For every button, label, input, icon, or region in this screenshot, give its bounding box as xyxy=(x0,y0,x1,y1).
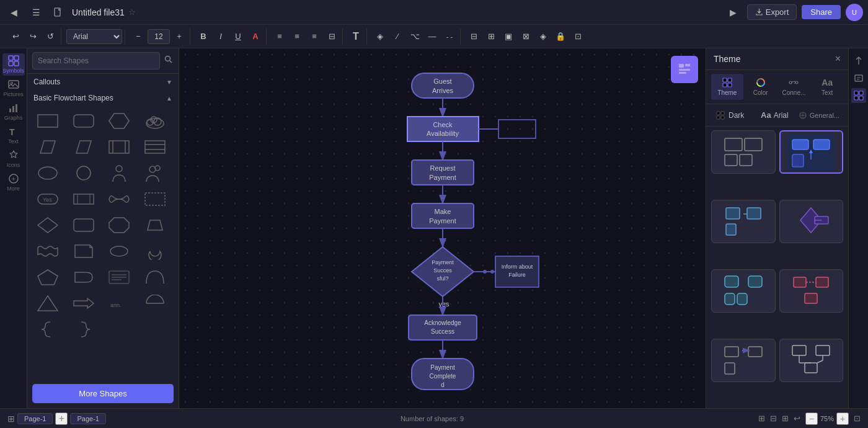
more-shapes-button[interactable]: More Shapes xyxy=(32,384,174,403)
export-button[interactable]: Export xyxy=(747,4,797,20)
play-button[interactable]: ▶ xyxy=(725,4,742,21)
theme-option-dark[interactable]: Dark xyxy=(711,108,755,122)
shape-text-shape[interactable] xyxy=(104,265,135,290)
theme-card-6[interactable] xyxy=(779,269,844,313)
align-center-button[interactable]: ≡ xyxy=(289,29,305,45)
shape-trapezoid[interactable] xyxy=(140,213,170,238)
theme-card-8[interactable] xyxy=(779,339,844,382)
callouts-section-header[interactable]: Callouts ▼ xyxy=(27,74,179,90)
copy-format-button[interactable]: ⊡ xyxy=(570,29,586,45)
shape-button[interactable]: ◈ xyxy=(535,29,551,45)
shape-pentagon[interactable] xyxy=(32,265,63,290)
shape-ellipse[interactable] xyxy=(32,161,63,185)
align-left-button[interactable]: ≡ xyxy=(272,29,288,45)
theme-card-3[interactable] xyxy=(711,200,776,243)
shape-octagon[interactable] xyxy=(104,213,135,238)
theme-card-5[interactable] xyxy=(711,269,776,313)
shape-process[interactable] xyxy=(104,135,135,159)
shape-wave[interactable] xyxy=(32,239,63,264)
theme-card-1[interactable] xyxy=(711,130,776,174)
add-page-button[interactable]: + xyxy=(55,412,68,425)
fullscreen-button[interactable]: ⊡ xyxy=(854,414,861,423)
shape-crescent[interactable] xyxy=(140,239,170,264)
shape-oval-h[interactable] xyxy=(104,239,135,264)
lock-button[interactable]: 🔒 xyxy=(552,29,569,45)
theme-option-general[interactable]: General... xyxy=(795,108,843,122)
underline-button[interactable]: U xyxy=(230,29,246,45)
menu-button[interactable]: ☰ xyxy=(27,4,45,21)
font-color-button[interactable]: A xyxy=(247,29,264,45)
zoom-undo-button[interactable]: ↩ xyxy=(794,414,800,423)
shape-yes-label[interactable]: Yes xyxy=(32,187,63,212)
shape-process2[interactable] xyxy=(140,135,170,159)
tab-connectors[interactable]: Conne... xyxy=(778,74,810,100)
shape-circle[interactable] xyxy=(68,161,99,185)
theme-card-4[interactable] xyxy=(779,200,844,243)
file-title-area[interactable]: Untitled file31 ☆ xyxy=(72,7,136,17)
shape-delay[interactable] xyxy=(68,265,99,290)
tab-theme[interactable]: Theme xyxy=(711,74,743,100)
rail-item-symbols[interactable]: Symbols xyxy=(2,53,25,76)
far-right-btn-1[interactable] xyxy=(851,53,866,68)
shape-note[interactable] xyxy=(68,239,99,264)
dash-style-button[interactable]: - - xyxy=(441,29,458,45)
search-button[interactable] xyxy=(164,55,174,67)
shape-user2[interactable] xyxy=(140,161,170,185)
table-button[interactable]: ⊞ xyxy=(483,29,499,45)
canvas-preview-button[interactable] xyxy=(671,56,698,83)
file-icon-button[interactable] xyxy=(50,4,67,21)
tab-text[interactable]: Aa Text xyxy=(811,74,843,100)
list-button[interactable]: ⊟ xyxy=(324,29,340,45)
shape-arc[interactable] xyxy=(140,265,170,290)
share-button[interactable]: Share xyxy=(802,5,841,19)
format-button[interactable]: ⊠ xyxy=(518,29,534,45)
rail-item-graphs[interactable]: Graphs xyxy=(2,100,25,123)
line-color-button[interactable]: ∕ xyxy=(389,29,405,45)
connection-button[interactable]: ⌥ xyxy=(407,29,423,45)
shape-rounded-rect[interactable] xyxy=(68,109,99,133)
far-right-btn-3[interactable] xyxy=(851,88,866,103)
shape-hexagon[interactable] xyxy=(104,109,135,133)
right-panel-close-button[interactable]: × xyxy=(835,53,841,65)
shape-person[interactable] xyxy=(104,161,135,185)
bold-button[interactable]: B xyxy=(195,29,211,45)
star-icon[interactable]: ☆ xyxy=(128,7,136,17)
snap-button[interactable]: ⊟ xyxy=(770,414,777,423)
zoom-in-button[interactable]: + xyxy=(836,412,849,425)
reset-button[interactable]: ↺ xyxy=(42,29,58,45)
shape-diamond[interactable] xyxy=(32,213,63,238)
rail-item-pictures[interactable]: Pictures xyxy=(2,77,25,99)
shape-parallelogram2[interactable] xyxy=(68,135,99,159)
basic-flowchart-section-header[interactable]: Basic Flowchart Shapes ▲ xyxy=(27,90,179,106)
shape-rect[interactable] xyxy=(32,109,63,133)
shape-annotation[interactable]: ann. xyxy=(104,291,135,316)
fill-button[interactable]: ◈ xyxy=(372,29,388,45)
shape-triangle[interactable] xyxy=(32,291,63,316)
shape-dotted-rect[interactable] xyxy=(140,187,170,212)
rail-item-icons[interactable]: Icons xyxy=(2,148,25,170)
grid-button[interactable]: ⊞ xyxy=(782,414,789,423)
shape-parallelogram[interactable] xyxy=(32,135,63,159)
theme-card-2[interactable] xyxy=(779,130,844,174)
page-tab-1[interactable]: Page-1 xyxy=(17,413,53,424)
page-tab-2[interactable]: Page-1 xyxy=(70,413,105,424)
theme-card-7[interactable] xyxy=(711,339,776,382)
shapes-search-input[interactable] xyxy=(32,52,160,69)
font-size-decrease[interactable]: − xyxy=(130,29,146,45)
shape-brace-left[interactable] xyxy=(32,317,63,342)
theme-option-arial[interactable]: Aa Arial xyxy=(757,108,792,122)
map-toggle-button[interactable]: ⊞ xyxy=(758,414,765,423)
far-right-btn-2[interactable] xyxy=(851,71,866,86)
font-family-select[interactable]: Arial Helvetica Times New Roman xyxy=(66,29,122,44)
shape-cloud[interactable] xyxy=(140,109,170,133)
text-wrap-button[interactable]: ⊟ xyxy=(466,29,482,45)
shape-half-circle[interactable] xyxy=(140,291,170,316)
rail-item-text[interactable]: T Text xyxy=(2,124,25,146)
rail-item-more[interactable]: + More xyxy=(2,171,25,194)
shape-stadium[interactable] xyxy=(68,187,99,212)
shape-brace-right[interactable] xyxy=(68,317,99,342)
align-right-button[interactable]: ≡ xyxy=(306,29,322,45)
shape-arrow-right[interactable] xyxy=(68,291,99,316)
border-button[interactable]: ▣ xyxy=(500,29,516,45)
text-size-button[interactable]: T xyxy=(348,29,364,45)
